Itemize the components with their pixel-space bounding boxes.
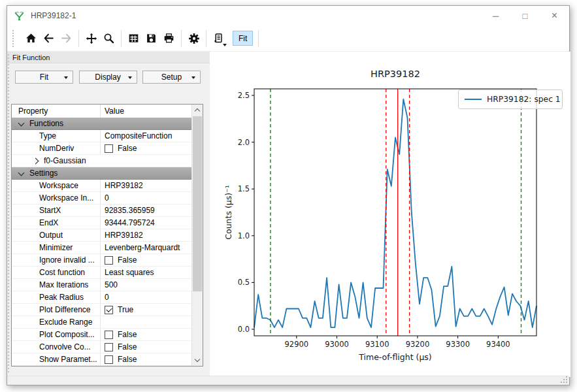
property-row-Exclude Range[interactable]: Exclude Range [12, 316, 191, 329]
property-row-Peak Radius[interactable]: Peak Radius0 [12, 291, 191, 304]
scroll-down-button[interactable] [192, 355, 203, 366]
save-icon [146, 33, 157, 44]
checkbox-unchecked-icon[interactable] [105, 144, 113, 153]
expand-icon[interactable] [33, 157, 39, 164]
property-value[interactable]: 93444.795724 [101, 217, 191, 229]
property-value[interactable]: False [101, 353, 191, 365]
property-row-EndX[interactable]: EndX93444.795724 [12, 217, 191, 229]
property-value[interactable]: Least squares [101, 267, 191, 278]
property-row-Type[interactable]: TypeCompositeFunction [12, 130, 191, 142]
property-name: Workspace [12, 180, 101, 191]
legend-line-sample [465, 99, 482, 100]
property-group-Functions[interactable]: Functions [12, 118, 191, 130]
maximize-button[interactable]: □ [510, 6, 540, 25]
column-header-property: Property [12, 105, 101, 118]
setup-menu-button[interactable]: Setup [142, 71, 201, 84]
grid-button[interactable] [125, 29, 142, 48]
property-row-StartX[interactable]: StartX92835.365959 [12, 204, 191, 217]
x-tick-label: 93100 [365, 340, 389, 349]
property-value[interactable]: 92835.365959 [101, 204, 191, 216]
property-name: Minimizer [12, 242, 101, 253]
script-dropdown-caret[interactable] [223, 44, 227, 46]
plot-toolbar: Fit [7, 25, 569, 52]
property-value[interactable]: False [101, 142, 191, 154]
toolbar-separator [121, 30, 122, 47]
property-value[interactable]: HRP39182 [101, 180, 191, 191]
script-icon [213, 33, 224, 44]
y-tick-label: 2.5 [238, 91, 250, 100]
property-value[interactable]: False [101, 254, 191, 266]
dock-resize-handle[interactable] [8, 54, 9, 373]
title-bar[interactable]: HRP39182-1 ─ □ × [7, 6, 569, 25]
fit-menu-button[interactable]: Fit [15, 71, 73, 84]
dock-title[interactable]: Fit Function [7, 52, 210, 63]
checkbox-label: False [118, 355, 137, 364]
property-value[interactable]: HRP39182 [101, 229, 191, 241]
checkbox-checked-icon[interactable] [105, 306, 113, 314]
collapse-icon[interactable] [18, 120, 25, 126]
x-axis-label: Time-of-flight (μs) [359, 352, 432, 362]
property-row-NumDeriv[interactable]: NumDerivFalse [12, 142, 191, 155]
close-button[interactable]: × [540, 6, 569, 25]
print-button[interactable] [160, 29, 178, 48]
property-row-Workspace[interactable]: WorkspaceHRP39182 [12, 180, 191, 192]
checkbox-unchecked-icon[interactable] [105, 256, 113, 265]
collapse-icon[interactable] [18, 169, 25, 176]
property-row-Show Paramet...[interactable]: Show Paramet...False [12, 353, 191, 366]
group-label: Functions [29, 119, 63, 128]
property-value[interactable]: CompositeFunction [101, 130, 191, 142]
table-scrollbar[interactable] [191, 105, 203, 366]
property-row-Convolve Co...[interactable]: Convolve Co...False [12, 341, 191, 353]
property-value[interactable]: 0 [101, 291, 191, 303]
y-tick-label: 1.5 [238, 184, 250, 193]
forward-button[interactable] [58, 29, 75, 48]
plot-title: HRP39182 [371, 69, 420, 79]
status-bar [7, 376, 569, 385]
checkbox-unchecked-icon[interactable] [105, 355, 113, 364]
property-row-Minimizer[interactable]: MinimizerLevenberg-Marquardt [12, 242, 191, 254]
main-area: Fit Function Fit Display Setup Property … [7, 52, 569, 377]
property-row-Output[interactable]: OutputHRP39182 [12, 229, 191, 242]
property-value[interactable]: Levenberg-Marquardt [101, 242, 191, 253]
generate-script-button[interactable] [210, 29, 227, 48]
property-row-Plot Difference[interactable]: Plot DifferenceTrue [12, 304, 191, 316]
property-row-Max Iterations[interactable]: Max Iterations500 [12, 279, 191, 291]
home-button[interactable] [22, 29, 40, 48]
scroll-up-button[interactable] [192, 105, 203, 116]
plot-legend[interactable]: HRP39182: spec 1 [458, 90, 563, 109]
property-value[interactable]: True [101, 304, 191, 316]
settings-button[interactable] [185, 29, 203, 48]
plot-panel[interactable]: 9290093000931009320093300934000.00.51.01… [210, 52, 570, 377]
display-menu-button[interactable]: Display [79, 71, 137, 84]
property-row-Plot Composit...[interactable]: Plot Composit...False [12, 329, 191, 341]
checkbox-label: False [118, 144, 137, 153]
property-group-Settings[interactable]: Settings [12, 167, 191, 180]
home-icon [25, 33, 37, 44]
x-tick-label: 93200 [406, 340, 430, 349]
legend-label: HRP39182: spec 1 [487, 95, 561, 104]
x-tick-label: 92900 [285, 340, 309, 349]
fit-toggle-button[interactable]: Fit [233, 31, 253, 46]
pan-button[interactable] [82, 29, 100, 48]
property-value[interactable] [101, 316, 191, 328]
scrollbar-thumb[interactable] [193, 116, 202, 291]
property-row-Workspace In...[interactable]: Workspace In...0 [12, 192, 191, 204]
checkbox-unchecked-icon[interactable] [105, 331, 113, 339]
property-row-Ignore invalid ...[interactable]: Ignore invalid ...False [12, 254, 191, 267]
property-value[interactable]: 500 [101, 279, 191, 291]
property-name: Workspace In... [12, 192, 101, 204]
minimize-button[interactable]: ─ [481, 6, 510, 25]
save-button[interactable] [142, 29, 160, 48]
fit-function-dock: Fit Function Fit Display Setup Property … [7, 52, 210, 377]
back-button[interactable] [40, 29, 58, 48]
toolbar-separator [206, 30, 206, 47]
property-value[interactable]: 0 [101, 192, 191, 204]
checkbox-unchecked-icon[interactable] [105, 343, 113, 351]
property-group-f0-Gaussian[interactable]: f0-Gaussian [12, 155, 191, 167]
property-row-Cost function[interactable]: Cost functionLeast squares [12, 267, 191, 279]
zoom-button[interactable] [100, 29, 118, 48]
property-value[interactable]: False [101, 329, 191, 340]
resize-grip-icon[interactable] [561, 376, 568, 384]
property-value[interactable]: False [101, 341, 191, 353]
toolbar-drag-handle[interactable] [12, 30, 17, 47]
